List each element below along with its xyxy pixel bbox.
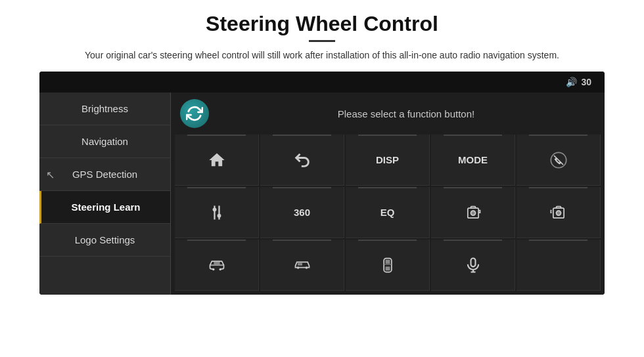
svg-rect-21 xyxy=(471,258,475,266)
svg-point-16 xyxy=(305,266,308,269)
screen-body: Brightness Navigation GPS Detection ↖ St… xyxy=(39,93,605,295)
disp-label: DISP xyxy=(376,154,399,165)
phone-off-icon xyxy=(549,151,568,169)
volume-number: 30 xyxy=(581,77,591,87)
camera2-icon xyxy=(549,203,568,222)
sidebar-label-navigation: Navigation xyxy=(81,136,128,147)
svg-point-5 xyxy=(217,213,221,217)
svg-point-7 xyxy=(471,211,475,215)
sidebar-item-steering-learn[interactable]: Steering Learn xyxy=(39,191,170,224)
func-btn-tune[interactable] xyxy=(175,187,259,238)
svg-point-10 xyxy=(212,268,215,270)
car-front-icon xyxy=(208,256,226,274)
sidebar-item-navigation[interactable]: Navigation xyxy=(39,125,170,158)
sidebar-label-gps: GPS Detection xyxy=(72,169,137,180)
svg-point-9 xyxy=(556,211,561,215)
home-icon xyxy=(208,151,226,169)
sidebar-item-gps-detection[interactable]: GPS Detection ↖ xyxy=(39,158,170,191)
svg-point-11 xyxy=(219,268,221,270)
screen-topbar: 🔊 30 xyxy=(39,72,605,93)
func-btn-mic[interactable] xyxy=(431,240,515,291)
svg-rect-14 xyxy=(298,262,302,265)
func-btn-empty xyxy=(517,240,601,291)
svg-rect-18 xyxy=(385,259,390,263)
func-btn-phone-off[interactable] xyxy=(517,135,601,186)
func-btn-eq[interactable]: EQ xyxy=(346,187,430,238)
back-icon xyxy=(293,151,311,169)
sidebar: Brightness Navigation GPS Detection ↖ St… xyxy=(39,93,171,295)
svg-rect-19 xyxy=(385,266,390,270)
sidebar-item-brightness[interactable]: Brightness xyxy=(39,93,170,125)
page-wrapper: Steering Wheel Control Your original car… xyxy=(0,0,644,357)
func-btn-mode[interactable]: MODE xyxy=(431,135,515,186)
func-btn-car-side[interactable] xyxy=(260,240,344,291)
func-btn-car-top[interactable] xyxy=(346,240,430,291)
car-side-icon xyxy=(293,256,311,274)
func-btn-car-front[interactable] xyxy=(175,240,259,291)
360-label: 360 xyxy=(294,207,310,218)
main-content: Please select a function button! xyxy=(171,93,605,295)
function-buttons-grid: DISP MODE xyxy=(175,135,601,291)
car-screen: 🔊 30 Brightness Navigation GPS Detection… xyxy=(39,72,605,295)
select-prompt: Please select a function button! xyxy=(217,108,595,119)
func-btn-camera2[interactable] xyxy=(517,187,601,238)
func-btn-disp[interactable]: DISP xyxy=(346,135,430,186)
sidebar-label-brightness: Brightness xyxy=(81,103,128,114)
mode-label: MODE xyxy=(458,154,488,165)
content-header: Please select a function button! xyxy=(175,96,601,131)
mic-icon xyxy=(464,256,482,274)
svg-rect-13 xyxy=(214,261,219,264)
refresh-button[interactable] xyxy=(180,99,209,128)
eq-label: EQ xyxy=(380,207,395,218)
sidebar-item-logo-settings[interactable]: Logo Settings xyxy=(39,224,170,257)
volume-icon: 🔊 xyxy=(566,77,577,87)
func-btn-360[interactable]: 360 xyxy=(260,187,344,238)
svg-point-15 xyxy=(296,266,299,269)
camera1-icon xyxy=(464,203,482,222)
func-btn-home[interactable] xyxy=(175,135,259,186)
func-btn-back[interactable] xyxy=(260,135,344,186)
page-subtitle: Your original car's steering wheel contr… xyxy=(85,49,559,62)
page-title: Steering Wheel Control xyxy=(206,12,438,36)
func-btn-camera1[interactable] xyxy=(431,187,515,238)
title-divider xyxy=(309,40,335,42)
cursor-icon: ↖ xyxy=(46,168,55,180)
sidebar-label-logo: Logo Settings xyxy=(75,234,135,245)
tune-icon xyxy=(208,203,226,222)
sidebar-label-steering: Steering Learn xyxy=(71,201,140,213)
svg-point-4 xyxy=(212,207,216,211)
refresh-icon xyxy=(186,105,203,122)
car-top-icon xyxy=(379,256,397,274)
